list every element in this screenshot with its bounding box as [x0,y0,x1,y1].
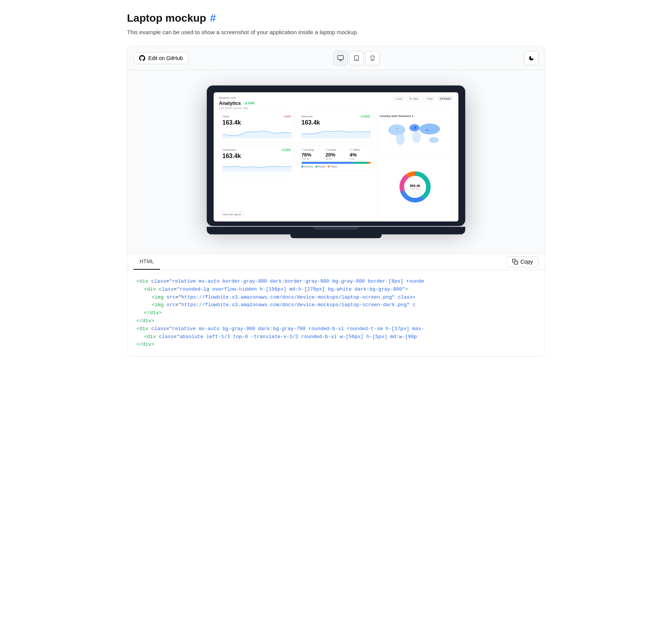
device-row: ☐ Desktop 76% 756.3k [301,148,371,160]
code-line: </div> [144,309,536,317]
dash-title-row: Analytics ▲ 1.4% [219,100,256,106]
svg-point-4 [356,59,357,60]
desktop-pct: 76% [301,152,322,158]
progress-legend: Desktop Mobile Tablet [301,165,371,168]
preview-area: flowbite.com Analytics ▲ 1.4% Last month… [127,70,545,253]
device-tablet: ☐ Tablet 4% 6.2k [350,148,371,160]
tablet-pct: 4% [350,152,371,158]
device-tablet-button[interactable] [349,51,364,65]
svg-point-12 [429,137,439,143]
visits-value: 163.4k [222,119,292,126]
moon-icon [528,55,534,61]
toolbar: Edit on GitHub [127,46,545,70]
anchor-hash[interactable]: # [210,12,216,24]
dash-subtitle: Last month website stats [219,107,256,109]
map-card: Country wise Sessions ● [377,112,453,154]
code-line: <div class="relative mx-auto border-gray… [136,278,536,286]
laptop-base [207,227,465,234]
desktop-count: 756.3k [301,158,322,160]
mobile-pct: 20% [325,152,346,158]
html-tab[interactable]: HTML [133,254,160,270]
mobile-count: 56.1k [325,158,346,160]
tab-7days[interactable]: 7 days [423,96,436,101]
code-block: <div class="relative mx-auto border-gray… [127,270,545,356]
analytics-dashboard: flowbite.com Analytics ▲ 1.4% Last month… [214,92,458,221]
tablet-label: ☐ Tablet [350,148,371,151]
visits-sparkline [222,128,292,138]
donut-amount: $65.4k [410,184,420,188]
copy-button[interactable]: Copy [506,256,539,267]
visits-card: Visits -2.4% 163.4k [219,112,295,143]
laptop-frame: flowbite.com Analytics ▲ 1.4% Last month… [207,85,465,226]
code-line: <div class="relative mx-auto bg-gray-900… [136,325,536,333]
demo-container: Edit on GitHub [127,46,545,357]
desktop-label: ☐ Desktop [301,148,322,151]
edit-on-github-button[interactable]: Edit on GitHub [133,52,189,64]
progress-bar [301,162,371,164]
donut-subtitle: Total sales [410,188,420,190]
dash-brand: flowbite.com [219,96,256,100]
dash-right: Country wise Sessions ● [377,112,453,218]
tablet-count: 6.2k [350,158,371,160]
dash-content: Visits -2.4% 163.4k [219,112,453,218]
customers-value: 163.4k [222,153,292,160]
legend-tablet: Tablet [328,165,337,168]
progress-mobile [354,162,368,164]
page-subtitle: This example can be used to show a scree… [127,29,545,35]
donut-chart: $65.4k Total sales [398,170,432,204]
visits-header: Visits -2.4% [222,115,292,118]
visits-badge: -2.4% [283,115,292,118]
dash-left: Visits -2.4% 163.4k [219,112,295,218]
device-mobile: ☐ Mobile 20% 56.1k [325,148,346,160]
svg-point-7 [388,125,406,136]
device-phone-button[interactable] [365,51,380,65]
dash-header: flowbite.com Analytics ▲ 1.4% Last month… [219,96,453,109]
dash-tabs: 1 year 30 days 7 days 24 hours [392,96,453,101]
laptop-screen: flowbite.com Analytics ▲ 1.4% Last month… [214,92,458,221]
tab-1year[interactable]: 1 year [392,96,405,101]
device-desktop: ☐ Desktop 76% 756.3k [301,148,322,160]
dash-middle: Revenue +1.24% 163.4k [298,112,374,218]
svg-rect-21 [514,261,518,264]
svg-point-13 [414,127,416,129]
view-full-report-button[interactable]: View full report [219,211,244,218]
donut-label: $65.4k Total sales [410,184,420,190]
progress-tablet [368,162,371,164]
legend-mobile: Mobile [315,165,325,168]
svg-point-14 [426,129,428,131]
tablet-icon [353,55,360,62]
laptop-stand [313,227,359,230]
dash-title: Analytics [219,100,241,106]
code-line: <img src="https://flowbite.s3.amazonaws.… [152,294,536,302]
code-line: <div class="rounded-lg overflow-hidden h… [144,286,536,294]
customers-badge: +2.34% [281,148,292,152]
world-map [380,119,450,150]
device-buttons [333,51,380,65]
laptop-mockup: flowbite.com Analytics ▲ 1.4% Last month… [207,85,465,238]
visits-label: Visits [222,115,229,118]
dash-brand-col: flowbite.com Analytics ▲ 1.4% Last month… [219,96,256,109]
copy-icon [512,259,518,265]
laptop-foot [290,234,382,238]
code-line: </div> [136,341,536,349]
svg-point-6 [372,59,372,60]
svg-point-15 [396,128,397,129]
revenue-label: Revenue [301,115,313,118]
page-title: Laptop mockup # [127,12,545,24]
tab-24hours[interactable]: 24 hours [437,96,453,101]
svg-rect-0 [338,55,343,60]
customers-card: Customers +2.34% 163.4k [219,145,295,176]
code-line: </div> [136,317,536,325]
github-icon [139,55,145,61]
code-tabs-bar: HTML Copy [127,254,545,270]
tab-30days[interactable]: 30 days [407,96,422,101]
code-line: <div class="absolute left-1/2 top-0 -tra… [144,333,536,341]
svg-point-10 [412,131,421,143]
code-line: <img src="https://flowbite.s3.amazonaws.… [152,301,536,309]
dark-mode-button[interactable] [524,51,539,65]
mobile-label: ☐ Mobile [325,148,346,151]
progress-desktop [301,162,354,164]
revenue-sparkline [301,128,371,138]
revenue-card: Revenue +1.24% 163.4k [298,112,374,143]
device-desktop-button[interactable] [333,51,348,65]
